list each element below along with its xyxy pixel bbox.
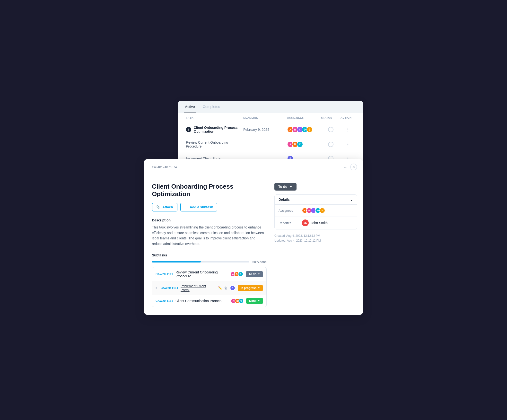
status-circle — [328, 142, 333, 147]
progress-bar — [152, 261, 249, 262]
right-panel: To do ▼ Details ⌄ Assignees A B — [274, 183, 357, 307]
subtask-row[interactable]: CAW20-1111 Client Communication Protocol… — [152, 295, 266, 307]
status-badge-done[interactable]: Done ▼ — [246, 298, 263, 304]
progress-label: 50% done — [252, 260, 267, 264]
avatar-stack: A B C — [287, 141, 303, 148]
subtask-row[interactable]: ≡ CAW20-1111 Implement Client Portal ✏️ … — [152, 281, 266, 295]
assignees-value: A B C D E — [302, 208, 325, 213]
subtasks-list: CAW20-1111 Review Current Onboarding Pro… — [152, 267, 267, 307]
task-list-card: Active Completed TASK DEADLINE ASSIGNEES… — [178, 101, 363, 169]
reporter-row: Reporter JS John Smith — [275, 217, 357, 229]
status-cell — [321, 142, 341, 147]
dropdown-arrow-icon: ▼ — [258, 287, 260, 289]
subtask-assignees: F — [230, 285, 235, 291]
avatar: C — [238, 298, 244, 304]
subtask-name: Review Current Onboarding Procedure — [186, 140, 243, 148]
drag-icon: ≡ — [156, 286, 157, 290]
meta-info: Created: Aug 4, 2023, 12:12:12 PM Update… — [274, 233, 357, 243]
more-options-icon[interactable] — [344, 167, 347, 167]
table-row[interactable]: 3 Client Onboarding Process Optimization… — [182, 122, 359, 137]
reporter-value: JS John Smith — [302, 219, 328, 226]
table-header: TASK DEADLINE ASSIGNEES STATUS ACTION — [182, 113, 359, 122]
details-card: Details ⌄ Assignees A B C D E — [274, 194, 357, 229]
updated-label: Updated: Aug 4, 2023, 12:12:12 PM — [274, 238, 357, 243]
subtasks-header: Subtasks — [152, 253, 267, 257]
subtask-title: Review Current Onboarding Procedure — [175, 270, 228, 278]
header-actions: ✕ — [344, 164, 357, 170]
dropdown-arrow-icon: ▼ — [289, 185, 293, 189]
detail-body: Client Onboarding Process Optimization 📎… — [144, 175, 363, 315]
close-button[interactable]: ✕ — [350, 164, 357, 170]
col-assignees: ASSIGNEES — [287, 116, 321, 119]
action-buttons: 📎 Attach ☰ Add a subtask — [152, 203, 267, 211]
attach-icon: 📎 — [156, 205, 160, 209]
avatar: C — [297, 141, 303, 148]
subtasks-section: Subtasks 50% done CAW20-1111 Review Curr… — [152, 253, 267, 307]
delete-icon[interactable]: 🗑 — [224, 286, 227, 290]
avatar: E — [319, 208, 325, 213]
avatar: E — [306, 126, 313, 133]
task-badge: 3 — [186, 127, 191, 132]
subtask-actions: ✏️ 🗑 — [218, 286, 227, 290]
chevron-down-icon: ⌄ — [350, 198, 353, 201]
status-badge-todo[interactable]: To do ▼ — [246, 271, 263, 277]
description-label: Description — [152, 218, 267, 222]
assignees-row: Assignees A B C D E — [275, 205, 357, 217]
avatar: F — [230, 285, 235, 291]
action-cell[interactable] — [341, 128, 355, 131]
subtask-id: CAW20-1111 — [161, 286, 178, 290]
col-deadline: DEADLINE — [243, 116, 287, 119]
progress-fill — [152, 261, 201, 262]
col-action: ACTION — [341, 116, 355, 119]
tab-completed[interactable]: Completed — [202, 101, 221, 113]
attach-button[interactable]: 📎 Attach — [152, 203, 177, 211]
description-text: This task involves streamlining the clie… — [152, 225, 267, 246]
avatar-stack: A B C D E — [287, 126, 313, 133]
subtask-assignees: A B C — [230, 271, 243, 277]
progress-bar-container: 50% done — [152, 260, 267, 264]
tabs-header: Active Completed — [178, 101, 363, 113]
status-dropdown[interactable]: To do ▼ — [274, 183, 297, 191]
assignees-cell: A B C D E — [287, 126, 321, 133]
tab-active[interactable]: Active — [184, 101, 196, 113]
subtask-icon: ☰ — [185, 205, 188, 209]
created-label: Created: Aug 4, 2023, 12:12:12 PM — [274, 233, 357, 238]
subtask-id: CAW20-1111 — [156, 272, 173, 276]
add-subtask-button[interactable]: ☰ Add a subtask — [180, 203, 218, 211]
edit-icon[interactable]: ✏️ — [218, 286, 222, 290]
detail-header: Task-48174871874 ✕ — [144, 159, 363, 175]
table-row[interactable]: Review Current Onboarding Procedure A B … — [182, 137, 359, 152]
subtask-row[interactable]: CAW20-1111 Review Current Onboarding Pro… — [152, 267, 266, 281]
assignees-label: Assignees — [279, 209, 298, 212]
status-badge-inprogress[interactable]: In progress ▼ — [238, 285, 263, 291]
col-task: TASK — [186, 116, 243, 119]
task-id: Task-48174871874 — [150, 165, 177, 169]
dropdown-arrow-icon: ▼ — [258, 299, 260, 302]
status-circle — [328, 127, 333, 132]
subtask-title: Client Communication Protocol — [175, 299, 228, 303]
task-title: Client Onboarding Process Optimization — [152, 183, 267, 198]
assignees-cell: A B C — [287, 141, 321, 148]
subtask-assignees: A B C — [231, 298, 244, 304]
dropdown-arrow-icon: ▼ — [258, 273, 260, 275]
deadline-cell: February 9, 2024 — [243, 128, 287, 131]
reporter-avatar: JS — [302, 219, 309, 226]
avatar: C — [238, 271, 243, 277]
description-section: Description This task involves streamlin… — [152, 218, 267, 246]
left-panel: Client Onboarding Process Optimization 📎… — [152, 183, 267, 307]
more-options-icon[interactable] — [348, 128, 348, 131]
col-status: STATUS — [321, 116, 341, 119]
status-cell — [321, 127, 341, 132]
task-detail-card: Task-48174871874 ✕ Client Onboarding Pro… — [144, 159, 363, 315]
subtask-title: Implement Client Portal — [181, 284, 216, 292]
screen-container: Active Completed TASK DEADLINE ASSIGNEES… — [144, 101, 363, 319]
subtask-id: CAW20-1111 — [156, 299, 173, 303]
reporter-name: John Smith — [311, 221, 328, 225]
task-name-main: Client Onboarding Process Optimization — [194, 126, 243, 133]
task-name-cell: 3 Client Onboarding Process Optimization — [186, 126, 243, 133]
details-card-header[interactable]: Details ⌄ — [275, 195, 357, 205]
task-name-cell: Review Current Onboarding Procedure — [186, 140, 243, 148]
reporter-label: Reporter — [279, 221, 298, 225]
more-options-icon[interactable] — [348, 143, 348, 146]
action-cell[interactable] — [341, 143, 355, 146]
